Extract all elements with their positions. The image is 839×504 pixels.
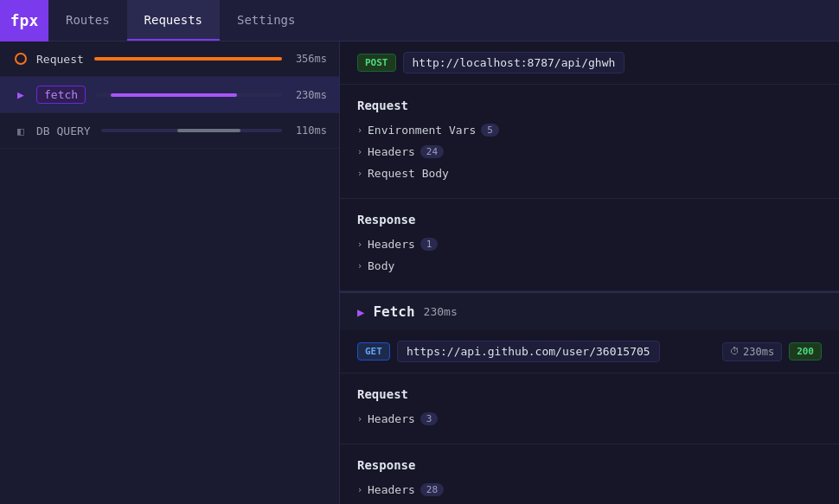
fetch-req-headers-count: 3: [420, 412, 439, 425]
logo: fpx: [0, 0, 48, 41]
fetch-url: https://api.github.com/user/36015705: [397, 341, 660, 362]
fetch-time: 230ms: [292, 89, 327, 101]
fetch-req-headers-chevron: ›: [357, 414, 362, 424]
fetch-req-headers-label: Headers: [368, 412, 415, 425]
nav-tab-requests[interactable]: Requests: [127, 0, 220, 41]
sidebar-item-db[interactable]: ◧ DB QUERY 110ms: [0, 113, 339, 149]
sidebar-item-fetch[interactable]: ▶ fetch 230ms: [0, 77, 339, 113]
fetch-title: Fetch: [373, 303, 414, 320]
request-body-label: Request Body: [368, 167, 449, 180]
request-time: 356ms: [292, 53, 327, 65]
env-vars-chevron: ›: [357, 125, 362, 135]
fetch-icon: ▶: [12, 86, 29, 104]
request-url-bar: POST http://localhost:8787/api/ghwh: [340, 41, 839, 85]
request-icon: [12, 50, 29, 67]
fetch-timeline: [96, 93, 282, 97]
env-vars-count: 5: [481, 124, 499, 137]
request-details-section: Request › Environment Vars 5 › Headers 2…: [340, 85, 839, 199]
top-navigation: fpx Routes Requests Settings: [0, 0, 839, 41]
fetch-request-section: Request › Headers 3: [340, 373, 839, 444]
response-body-row[interactable]: › Body: [357, 255, 822, 277]
sidebar-item-fetch-label: fetch: [36, 86, 86, 104]
main-content: Request 356ms ▶ fetch 230ms: [0, 41, 839, 504]
request-headers-count: 24: [420, 145, 444, 158]
fetch-response-section: Response › Headers 28 › Body: [340, 444, 839, 504]
req-headers-chevron: ›: [357, 147, 362, 156]
request-headers-row[interactable]: › Headers 24: [357, 141, 822, 163]
env-vars-label: Environment Vars: [368, 124, 476, 137]
fetch-arrow-icon: ▶: [357, 305, 364, 319]
nav-tab-settings[interactable]: Settings: [220, 0, 312, 41]
request-headers-label: Headers: [368, 145, 415, 158]
fetch-duration-badge: ⏱ 230ms: [722, 342, 782, 361]
response-headers-row[interactable]: › Headers 1: [357, 233, 822, 255]
fetch-req-headers-row[interactable]: › Headers 3: [357, 408, 822, 430]
fetch-section-header: ▶ Fetch 230ms: [340, 291, 839, 330]
fetch-resp-headers-label: Headers: [368, 483, 415, 496]
nav-tab-routes[interactable]: Routes: [48, 0, 127, 41]
fetch-clock-icon: ⏱: [730, 346, 740, 357]
response-details-section: Response › Headers 1 › Body: [340, 199, 839, 291]
db-timeline: [101, 129, 282, 132]
post-method-badge: POST: [357, 54, 396, 72]
response-section-title: Response: [357, 213, 822, 226]
right-panel: POST http://localhost:8787/api/ghwh Requ…: [340, 41, 839, 504]
fetch-duration-value: 230ms: [743, 346, 774, 358]
response-headers-count: 1: [420, 238, 439, 251]
request-timeline: [94, 57, 282, 61]
sidebar-item-db-label: DB QUERY: [36, 124, 91, 137]
db-time: 110ms: [292, 124, 327, 137]
fetch-resp-body-row[interactable]: › Body: [357, 501, 822, 504]
sidebar: Request 356ms ▶ fetch 230ms: [0, 41, 340, 504]
fetch-resp-headers-row[interactable]: › Headers 28: [357, 479, 822, 501]
fetch-url-bar: GET https://api.github.com/user/36015705…: [340, 330, 839, 373]
nav-tabs: Routes Requests Settings: [48, 0, 312, 41]
env-vars-row[interactable]: › Environment Vars 5: [357, 119, 822, 141]
fetch-get-badge: GET: [357, 342, 390, 360]
sidebar-item-request[interactable]: Request 356ms: [0, 41, 339, 77]
fetch-resp-headers-count: 28: [420, 483, 444, 496]
req-body-chevron: ›: [357, 169, 362, 178]
response-headers-label: Headers: [368, 238, 415, 251]
sidebar-item-request-label: Request: [36, 53, 84, 66]
db-icon: ◧: [12, 122, 29, 139]
resp-body-chevron: ›: [357, 261, 362, 271]
resp-headers-chevron: ›: [357, 239, 362, 249]
fetch-response-title: Response: [357, 458, 822, 472]
fetch-status-badge: 200: [789, 342, 822, 360]
request-url: http://localhost:8787/api/ghwh: [403, 52, 625, 73]
response-body-label: Body: [368, 259, 394, 272]
fetch-request-title: Request: [357, 387, 822, 401]
fetch-title-time: 230ms: [424, 305, 458, 318]
request-section-title: Request: [357, 99, 822, 112]
fetch-resp-headers-chevron: ›: [357, 485, 362, 494]
request-body-row[interactable]: › Request Body: [357, 163, 822, 184]
